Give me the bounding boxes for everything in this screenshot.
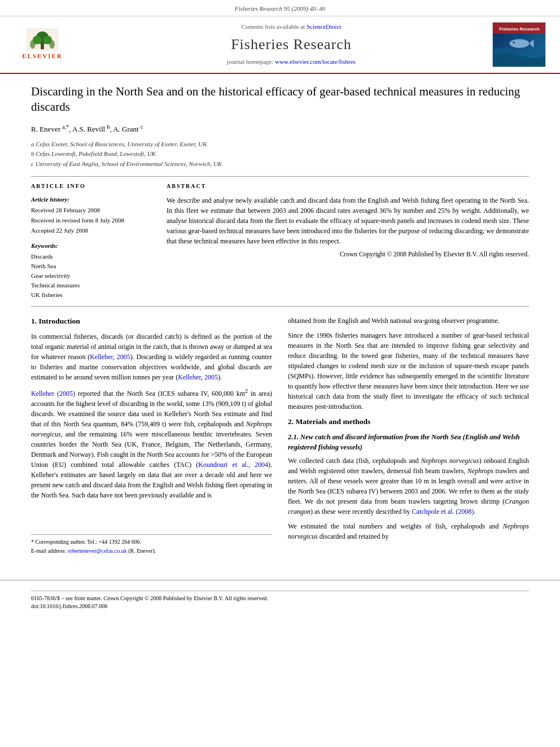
email-link[interactable]: robertenever@cefas.co.uk xyxy=(68,548,127,554)
section1-para2: Kelleher (2005) reported that the North … xyxy=(31,387,272,500)
journal-cover-image: Fisheries Research xyxy=(492,22,546,67)
email-label: E-mail address: xyxy=(31,548,68,554)
keyword-4: Technical measures xyxy=(31,281,150,290)
svg-point-8 xyxy=(509,39,529,48)
info-abstract-section: ARTICLE INFO Article history: Received 2… xyxy=(31,182,529,300)
elsevier-logo: ELSEVIER xyxy=(11,28,73,62)
elsevier-label: ELSEVIER xyxy=(22,52,63,61)
keyword-5: UK fisheries xyxy=(31,291,150,300)
ref-kelleher-2005-3[interactable]: Kelleher (2005) xyxy=(31,390,75,397)
svg-point-5 xyxy=(30,40,36,49)
article-title: Discarding in the North Sea and on the h… xyxy=(31,84,529,115)
abstract-text: We describe and analyse newly available … xyxy=(167,195,529,246)
article-history-label: Article history: xyxy=(31,195,150,204)
citation-text: Fisheries Research 95 (2009) 40–46 xyxy=(235,5,325,12)
homepage-prefix: journal homepage: xyxy=(227,58,275,65)
journal-title-section: Contents lists available at ScienceDirec… xyxy=(90,23,492,67)
keyword-3: Gear selectivity xyxy=(31,272,150,281)
abstract-copyright: Crown Copyright © 2008 Published by Else… xyxy=(167,250,529,259)
footer-doi-line: doi:10.1016/j.fishres.2008.07.008 xyxy=(31,602,268,611)
email-suffix: (R. Enever). xyxy=(127,548,156,554)
elsevier-logo-section: ELSEVIER xyxy=(11,28,90,62)
homepage-line: journal homepage: www.elsevier.com/locat… xyxy=(90,58,492,67)
cover-svg: Fisheries Research xyxy=(492,23,546,67)
body-divider xyxy=(31,306,529,307)
footer-issn-line: 0165-7836/$ – see front matter. Crown Co… xyxy=(31,595,268,603)
svg-text:Fisheries Research: Fisheries Research xyxy=(499,27,540,32)
body-right-column: obtained from the English and Welsh nati… xyxy=(288,316,529,557)
svg-point-6 xyxy=(49,40,55,49)
section2-heading: 2. Materials and methods xyxy=(288,416,529,427)
main-content: Discarding in the North Sea and on the h… xyxy=(0,74,560,569)
article-info-heading: ARTICLE INFO xyxy=(31,182,150,191)
section2-para1: We collected catch data (fish, cephalopo… xyxy=(288,456,529,517)
ref-catchpole[interactable]: Catchpole et al. (2008) xyxy=(412,508,474,516)
svg-point-10 xyxy=(513,41,515,43)
contents-available-line: Contents lists available at ScienceDirec… xyxy=(90,23,492,32)
footnote-star: * Corresponding author. Tel.: +44 1392 2… xyxy=(31,538,272,547)
affiliation-a: a Cefas Exeter, School of Biosciences, U… xyxy=(31,139,529,149)
affiliation-c: c University of East Anglia, School of E… xyxy=(31,159,529,169)
received-date: Received 28 February 2008 xyxy=(31,206,150,215)
ref-kelleher-2005-2[interactable]: Kelleher, 2005 xyxy=(178,373,218,381)
header-divider xyxy=(31,176,529,177)
elsevier-tree-icon xyxy=(25,28,59,51)
homepage-link[interactable]: www.elsevier.com/locate/fishres xyxy=(275,58,356,65)
body-columns: 1. Introduction In commercial fisheries,… xyxy=(31,316,529,557)
accepted-date: Accepted 22 July 2008 xyxy=(31,226,150,235)
affiliation-b: b Cefas Lowestoft, Pakefield Road, Lowes… xyxy=(31,149,529,159)
article-info-column: ARTICLE INFO Article history: Received 2… xyxy=(31,182,150,300)
revised-date: Received in revised form 8 July 2008 xyxy=(31,216,150,225)
footer-copyright: 0165-7836/$ – see front matter. Crown Co… xyxy=(31,595,268,611)
abstract-heading: ABSTRACT xyxy=(167,182,529,191)
section2-subheading: 2.1. New catch and discard information f… xyxy=(288,432,529,452)
ref-koundouri[interactable]: Koundouri et al., 2004 xyxy=(198,461,268,469)
authors-line: R. Enever a,*, A.S. Revill b, A. Grant c xyxy=(31,123,529,135)
section1-para1: In commercial fisheries, discards (or di… xyxy=(31,331,272,382)
affiliations-section: a Cefas Exeter, School of Biosciences, U… xyxy=(31,139,529,169)
body-left-column: 1. Introduction In commercial fisheries,… xyxy=(31,316,272,557)
section1-heading: 1. Introduction xyxy=(31,316,272,327)
sciencedirect-link[interactable]: ScienceDirect xyxy=(307,23,342,30)
journal-title: Fisheries Research xyxy=(90,34,492,55)
keyword-1: Discards xyxy=(31,252,150,261)
footnote-email: E-mail address: robertenever@cefas.co.uk… xyxy=(31,547,272,556)
keywords-label: Keywords: xyxy=(31,242,150,251)
page: Fisheries Research 95 (2009) 40–46 xyxy=(0,0,560,747)
keyword-2: North Sea xyxy=(31,262,150,271)
section1-right-para2: Since the 1990s fisheries managers have … xyxy=(288,330,529,412)
authors-text: R. Enever a,*, A.S. Revill b, A. Grant c xyxy=(31,125,143,133)
journal-citation-header: Fisheries Research 95 (2009) 40–46 xyxy=(0,0,560,16)
contents-prefix: Contents lists available at xyxy=(241,23,306,30)
footnotes-section: * Corresponding author. Tel.: +44 1392 2… xyxy=(31,534,272,556)
section1-right-para1: obtained from the English and Welsh nati… xyxy=(288,316,529,326)
footer-bottom: 0165-7836/$ – see front matter. Crown Co… xyxy=(31,591,529,611)
ref-kelleher-2005-1[interactable]: Kelleher, 2005 xyxy=(90,353,130,361)
keywords-section: Keywords: Discards North Sea Gear select… xyxy=(31,242,150,300)
journal-cover-section: Fisheries Research xyxy=(492,22,549,67)
journal-header: ELSEVIER Contents lists available at Sci… xyxy=(0,16,560,74)
section2-para2: We estimated the total numbers and weigh… xyxy=(288,521,529,541)
page-footer: 0165-7836/$ – see front matter. Crown Co… xyxy=(0,580,560,617)
abstract-column: ABSTRACT We describe and analyse newly a… xyxy=(167,182,529,300)
